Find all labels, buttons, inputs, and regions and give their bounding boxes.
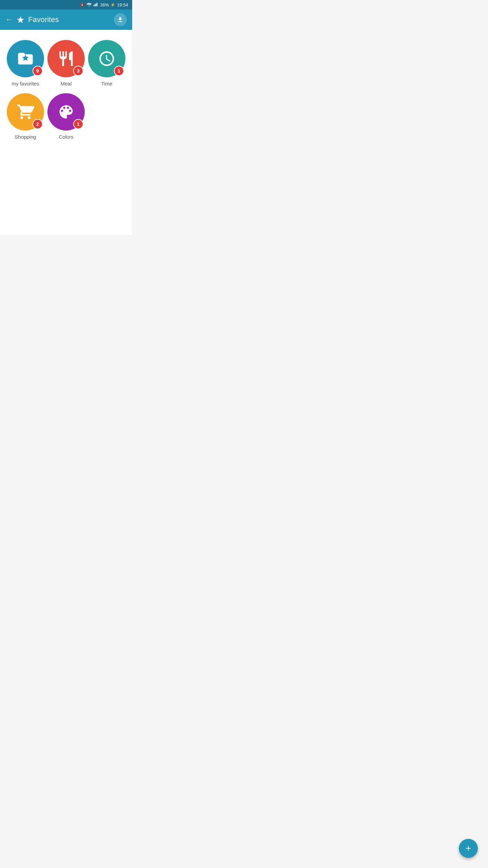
- category-item-time[interactable]: 1 Time: [88, 40, 125, 86]
- category-grid-row1: 9 my favorites 3 Meal: [7, 40, 125, 86]
- circle-wrapper-colors: 1: [47, 93, 85, 131]
- label-time: Time: [101, 81, 113, 86]
- wifi-icon: [86, 2, 92, 7]
- category-item-shopping[interactable]: 2 Shopping: [7, 93, 44, 140]
- circle-wrapper-meal: 3: [47, 40, 85, 77]
- app-bar: ← ★ Favorites: [0, 9, 132, 30]
- download-button[interactable]: [114, 13, 127, 26]
- svg-rect-0: [94, 5, 94, 6]
- mute-icon: 🔇: [80, 3, 85, 7]
- circle-wrapper-my-favorites: 9: [7, 40, 44, 77]
- battery-icon: ⚡: [110, 3, 115, 7]
- main-content: 9 my favorites 3 Meal: [0, 30, 132, 235]
- status-icons: 🔇 36% ⚡ 19:54: [80, 2, 128, 7]
- circle-wrapper-shopping: 2: [7, 93, 44, 131]
- label-meal: Meal: [61, 81, 72, 86]
- folder-star-icon: [17, 50, 34, 67]
- label-colors: Colors: [59, 134, 73, 140]
- signal-icon: [94, 2, 98, 7]
- badge-meal: 3: [73, 66, 83, 76]
- status-bar: 🔇 36% ⚡ 19:54: [0, 0, 132, 9]
- category-grid-row2: 2 Shopping 1 Colors: [7, 93, 125, 140]
- clock-icon: [98, 50, 116, 67]
- cart-icon: [17, 103, 34, 121]
- badge-shopping: 2: [33, 119, 43, 129]
- empty-slot: [88, 93, 125, 140]
- star-icon: ★: [16, 14, 25, 25]
- palette-icon: [57, 103, 75, 121]
- cutlery-icon: [57, 50, 75, 67]
- badge-time: 1: [114, 66, 124, 76]
- category-item-meal[interactable]: 3 Meal: [47, 40, 85, 86]
- time-display: 19:54: [117, 2, 128, 7]
- svg-rect-2: [96, 3, 97, 6]
- page-title: Favorites: [28, 15, 114, 24]
- svg-rect-1: [95, 4, 96, 6]
- label-my-favorites: my favorites: [12, 81, 39, 86]
- badge-my-favorites: 9: [33, 66, 43, 76]
- download-icon: [117, 16, 124, 23]
- category-item-my-favorites[interactable]: 9 my favorites: [7, 40, 44, 86]
- svg-rect-3: [97, 3, 98, 6]
- badge-colors: 1: [73, 119, 83, 129]
- category-item-colors[interactable]: 1 Colors: [47, 93, 85, 140]
- back-button[interactable]: ←: [5, 15, 13, 24]
- label-shopping: Shopping: [15, 134, 36, 140]
- circle-wrapper-time: 1: [88, 40, 125, 77]
- battery-percent: 36%: [100, 2, 109, 7]
